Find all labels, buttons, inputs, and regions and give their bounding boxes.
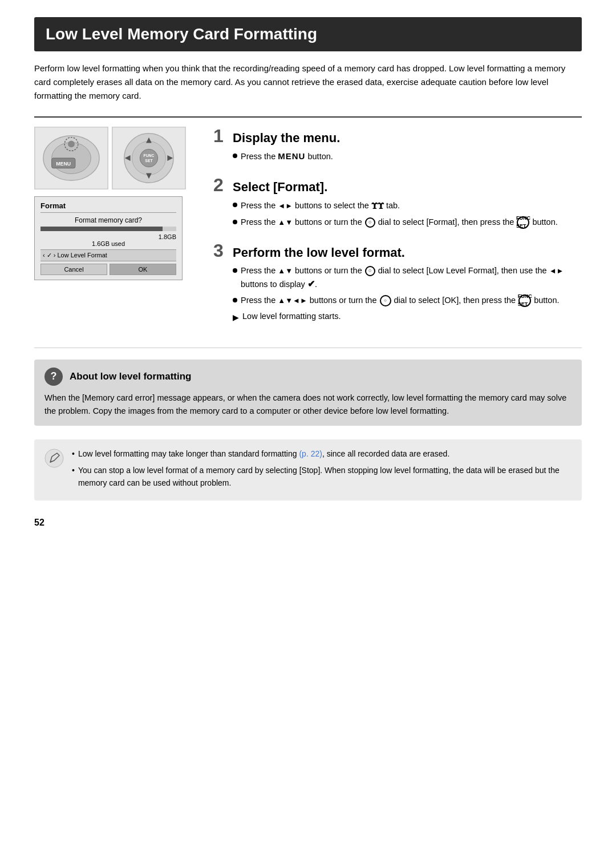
menu-screen: Format Format memory card? 1.8GB 1.6GB u…: [34, 196, 183, 280]
dial-icon: ○: [365, 217, 375, 228]
svg-text:FUNC: FUNC: [143, 154, 154, 158]
note-bullet-1: Low level formatting may take longer tha…: [72, 447, 572, 460]
step-3: 3 Perform the low level format. Press th…: [213, 241, 582, 324]
bullet-dot: [233, 220, 237, 224]
lr-arrows-icon: ◄►: [278, 200, 293, 212]
steps-section: MENU: [34, 116, 582, 336]
step-2-title: Select [Format].: [233, 180, 327, 195]
ud-lr-arrows-icon: ▲▼◄►: [278, 295, 307, 306]
page-title: Low Level Memory Card Formatting: [34, 17, 582, 51]
tab-icon: 𝚼𝚼: [371, 199, 384, 213]
info-box-title: About low level formatting: [70, 371, 191, 382]
step-1-header: 1 Display the menu.: [213, 127, 582, 146]
note-bullet-2: You can stop a low level format of a mem…: [72, 464, 572, 490]
progress-fill: [40, 227, 163, 231]
bullet-dot: [233, 268, 237, 273]
step-3-number: 3: [213, 241, 227, 260]
step-1-number: 1: [213, 127, 227, 145]
step-2-body: Press the ◄► buttons to select the 𝚼𝚼 ta…: [213, 199, 582, 229]
menu-question: Format memory card?: [40, 216, 176, 224]
step-3-body: Press the ▲▼ buttons or turn the ○ dial …: [213, 265, 582, 324]
step-1-text-1: Press the MENU button.: [241, 150, 333, 163]
step-2-bullet-2: Press the ▲▼ buttons or turn the ○ dial …: [233, 216, 582, 229]
svg-point-6: [68, 141, 75, 148]
low-level-row: ‹ ✓ › Low Level Format: [40, 249, 176, 261]
step-2: 2 Select [Format]. Press the ◄► buttons …: [213, 176, 582, 229]
func-icon: FUNCSET: [517, 216, 529, 229]
info-box-header: ? About low level formatting: [44, 368, 572, 386]
note-text-1: Low level formatting may take longer tha…: [78, 447, 449, 460]
note-link[interactable]: (p. 22): [299, 449, 322, 458]
bullet-dot: [233, 203, 237, 207]
intro-text: Perform low level formatting when you th…: [34, 62, 582, 103]
step-3-bullet-3: ▶ Low level formatting starts.: [233, 310, 582, 324]
info-box-body: When the [Memory card error] message app…: [44, 391, 572, 418]
step-2-text-2: Press the ▲▼ buttons or turn the ○ dial …: [241, 216, 558, 229]
progress-bar: [40, 227, 176, 231]
step-3-bullet-1: Press the ▲▼ buttons or turn the ○ dial …: [233, 265, 582, 291]
step-1: 1 Display the menu. Press the MENU butto…: [213, 127, 582, 163]
func-icon-2: FUNCSET: [518, 294, 531, 307]
left-panel: MENU: [34, 127, 200, 280]
buttons-or-turn-text: buttons or turn the: [295, 266, 362, 275]
ud-arrows-icon: ▲▼: [278, 217, 293, 228]
svg-text:MENU: MENU: [56, 161, 71, 167]
step-3-text-3: Low level formatting starts.: [242, 310, 341, 323]
step-2-header: 2 Select [Format].: [213, 176, 582, 195]
menu-icon: MENU: [278, 151, 305, 161]
camera-menu-image: MENU: [34, 127, 108, 189]
buttons-row: Cancel OK: [40, 264, 176, 275]
step-3-title: Perform the low level format.: [233, 245, 405, 260]
info-icon: ?: [44, 368, 63, 386]
camera-func-image: FUNC SET: [112, 127, 186, 189]
menu-title: Format: [40, 201, 176, 213]
step-1-bullet-1: Press the MENU button.: [233, 150, 582, 163]
step-3-text-2: Press the ▲▼◄► buttons or turn the ○ dia…: [241, 294, 560, 307]
note-box: Low level formatting may take longer tha…: [34, 439, 582, 500]
arrow-icon: ▶: [233, 312, 239, 324]
bullet-dot: [233, 154, 237, 158]
size-label: 1.8GB: [40, 233, 176, 240]
step-3-header: 3 Perform the low level format.: [213, 241, 582, 260]
step-3-bullet-2: Press the ▲▼◄► buttons or turn the ○ dia…: [233, 294, 582, 307]
svg-text:SET: SET: [145, 159, 153, 163]
svg-point-17: [45, 449, 63, 467]
camera-images: MENU: [34, 127, 200, 189]
step-2-text-1: Press the ◄► buttons to select the 𝚼𝚼 ta…: [241, 199, 400, 213]
dial-icon-2: ○: [365, 266, 375, 276]
dial-icon-3: ○: [380, 295, 391, 306]
info-box: ? About low level formatting When the [M…: [34, 360, 582, 426]
divider: [34, 348, 582, 348]
note-text-2: You can stop a low level format of a mem…: [78, 464, 572, 490]
cancel-button: Cancel: [40, 264, 107, 275]
step-2-number: 2: [213, 176, 227, 194]
page-number: 52: [34, 518, 582, 528]
step-3-text-1: Press the ▲▼ buttons or turn the ○ dial …: [241, 265, 582, 291]
lr-arrows-icon-2: ◄►: [549, 265, 564, 277]
ud-arrows-icon-2: ▲▼: [278, 265, 293, 277]
checkmark-icon: ✔: [307, 279, 315, 289]
step-1-body: Press the MENU button.: [213, 150, 582, 163]
bullet-dot: [233, 298, 237, 302]
note-pencil-icon: [44, 449, 64, 468]
used-label: 1.6GB used: [40, 240, 176, 247]
right-panel: 1 Display the menu. Press the MENU butto…: [200, 127, 582, 336]
step-1-title: Display the menu.: [233, 131, 340, 146]
note-content: Low level formatting may take longer tha…: [72, 447, 572, 492]
step-2-bullet-1: Press the ◄► buttons to select the 𝚼𝚼 ta…: [233, 199, 582, 213]
ok-button: OK: [110, 264, 176, 275]
